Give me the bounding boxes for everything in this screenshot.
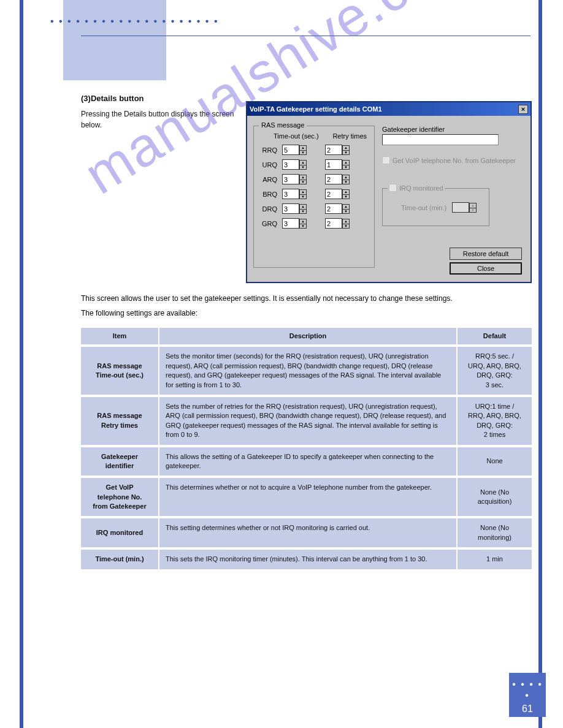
cell-item: Get VoIP telephone No. from Gatekeeper bbox=[81, 478, 159, 518]
ras-row-urq: URQ ▲▼ ▲▼ bbox=[260, 159, 368, 170]
spin-down-icon[interactable]: ▼ bbox=[299, 224, 307, 229]
arq-timeout-input[interactable] bbox=[282, 174, 299, 184]
ras-row-drq: DRQ ▲▼ ▲▼ bbox=[260, 203, 368, 214]
cell-item: Time-out (min.) bbox=[81, 550, 159, 571]
page-number: 61 bbox=[522, 703, 533, 714]
drq-retry-input[interactable] bbox=[325, 203, 342, 214]
brq-timeout-input[interactable] bbox=[282, 189, 299, 199]
spin-up-icon[interactable]: ▲ bbox=[299, 175, 307, 180]
drq-timeout-input[interactable] bbox=[282, 203, 299, 214]
table-row: RAS message Retry times Sets the number … bbox=[81, 397, 532, 447]
grq-timeout-input[interactable] bbox=[282, 218, 299, 229]
spin-up-icon[interactable]: ▲ bbox=[299, 160, 307, 165]
grq-retry-input[interactable] bbox=[325, 218, 342, 229]
brq-retry-spinner[interactable]: ▲▼ bbox=[325, 189, 350, 199]
spin-down-icon[interactable]: ▼ bbox=[299, 180, 307, 184]
get-voip-tel-checkbox[interactable] bbox=[382, 156, 390, 164]
arq-retry-input[interactable] bbox=[325, 174, 342, 184]
grq-retry-spinner[interactable]: ▲▼ bbox=[325, 218, 350, 229]
irq-timeout-spinner[interactable]: ▲▼ bbox=[452, 202, 477, 213]
page-badge-dots: • • • • • bbox=[509, 679, 546, 701]
spin-up-icon[interactable]: ▲ bbox=[342, 175, 350, 180]
drq-retry-spinner[interactable]: ▲▼ bbox=[325, 203, 350, 214]
spin-up-icon[interactable]: ▲ bbox=[469, 203, 477, 208]
arq-timeout-spinner[interactable]: ▲▼ bbox=[282, 174, 307, 184]
spin-down-icon[interactable]: ▼ bbox=[342, 180, 350, 184]
spin-down-icon[interactable]: ▼ bbox=[342, 165, 350, 170]
irq-legend[interactable]: IRQ monitored bbox=[388, 184, 445, 192]
ras-groupbox: RAS message Time-out (sec.) Retry times … bbox=[253, 126, 375, 268]
gatekeeper-dialog: VoIP-TA Gatekeeper setting details COM1 … bbox=[246, 101, 532, 283]
cell-desc: Sets the monitor timer (seconds) for the… bbox=[159, 347, 458, 397]
gatekeeper-id-input[interactable] bbox=[382, 134, 499, 145]
spin-down-icon[interactable]: ▼ bbox=[342, 224, 350, 229]
cell-default: 1 min bbox=[458, 550, 532, 571]
table-header-row: Item Description Default bbox=[81, 328, 532, 347]
page-frame: • • • • • • • • • • • • • • • • • • • • … bbox=[20, 0, 542, 728]
body-paragraph-2: The following settings are available: bbox=[81, 308, 529, 319]
spin-up-icon[interactable]: ▲ bbox=[342, 219, 350, 224]
col-timeout: Time-out (sec.) bbox=[274, 132, 319, 140]
cell-default: URQ:1 time / RRQ, ARQ, BRQ, DRQ, GRQ: 2 … bbox=[458, 397, 532, 447]
urq-retry-spinner[interactable]: ▲▼ bbox=[325, 159, 350, 170]
dialog-body: RAS message Time-out (sec.) Retry times … bbox=[247, 116, 530, 282]
ras-label: GRQ bbox=[260, 220, 282, 227]
th-default: Default bbox=[458, 328, 532, 347]
spin-down-icon[interactable]: ▼ bbox=[299, 165, 307, 170]
ras-label: RRQ bbox=[260, 146, 282, 154]
cell-item: Gatekeeper identifier bbox=[81, 447, 159, 479]
close-icon[interactable]: × bbox=[518, 105, 528, 114]
spin-down-icon[interactable]: ▼ bbox=[299, 209, 307, 214]
urq-retry-input[interactable] bbox=[325, 159, 342, 170]
irq-timeout-label: Time-out (min.) bbox=[401, 204, 446, 211]
restore-default-button[interactable]: Restore default bbox=[450, 248, 522, 260]
spin-down-icon[interactable]: ▼ bbox=[469, 208, 477, 213]
close-button[interactable]: Close bbox=[450, 262, 522, 275]
irq-timeout-input[interactable] bbox=[452, 202, 469, 213]
body-paragraph-1: This screen allows the user to set the g… bbox=[81, 293, 529, 304]
spin-up-icon[interactable]: ▲ bbox=[299, 219, 307, 224]
ras-label: ARQ bbox=[260, 176, 282, 183]
arq-retry-spinner[interactable]: ▲▼ bbox=[325, 174, 350, 184]
grq-timeout-spinner[interactable]: ▲▼ bbox=[282, 218, 307, 229]
cell-desc: Sets the number of retries for the RRQ (… bbox=[159, 397, 458, 447]
urq-timeout-input[interactable] bbox=[282, 159, 299, 170]
rrq-retry-input[interactable] bbox=[325, 145, 342, 155]
spin-up-icon[interactable]: ▲ bbox=[342, 145, 350, 150]
cell-desc: This allows the setting of a Gatekeeper … bbox=[159, 447, 458, 479]
urq-timeout-spinner[interactable]: ▲▼ bbox=[282, 159, 307, 170]
ras-column-header: Time-out (sec.) Retry times bbox=[260, 130, 368, 145]
cell-desc: This sets the IRQ monitoring timer (minu… bbox=[159, 550, 458, 571]
spin-down-icon[interactable]: ▼ bbox=[342, 150, 350, 155]
header-rule bbox=[81, 36, 530, 36]
spin-up-icon[interactable]: ▲ bbox=[299, 189, 307, 194]
irq-checkbox[interactable] bbox=[389, 184, 397, 192]
ras-label: DRQ bbox=[260, 205, 282, 213]
spin-down-icon[interactable]: ▼ bbox=[342, 194, 350, 199]
rrq-retry-spinner[interactable]: ▲▼ bbox=[325, 145, 350, 155]
spin-up-icon[interactable]: ▲ bbox=[342, 189, 350, 194]
header-color-block bbox=[63, 0, 166, 80]
spin-up-icon[interactable]: ▲ bbox=[342, 204, 350, 209]
spin-down-icon[interactable]: ▼ bbox=[299, 194, 307, 199]
spin-down-icon[interactable]: ▼ bbox=[342, 209, 350, 214]
brq-retry-input[interactable] bbox=[325, 189, 342, 199]
rrq-timeout-spinner[interactable]: ▲▼ bbox=[282, 145, 307, 155]
page-number-badge: • • • • • 61 bbox=[509, 673, 546, 717]
spin-up-icon[interactable]: ▲ bbox=[342, 160, 350, 165]
irq-legend-label: IRQ monitored bbox=[399, 184, 443, 192]
cell-default: None (No monitoring) bbox=[458, 518, 532, 550]
spin-down-icon[interactable]: ▼ bbox=[299, 150, 307, 155]
drq-timeout-spinner[interactable]: ▲▼ bbox=[282, 203, 307, 214]
gatekeeper-id-label: Gatekeeper identifier bbox=[382, 126, 518, 133]
ras-row-brq: BRQ ▲▼ ▲▼ bbox=[260, 189, 368, 199]
th-desc: Description bbox=[159, 328, 458, 347]
brq-timeout-spinner[interactable]: ▲▼ bbox=[282, 189, 307, 199]
section-description: Pressing the Details button displays the… bbox=[81, 108, 240, 131]
get-voip-tel-check-row[interactable]: Get VoIP telephone No. from Gatekeeper bbox=[382, 156, 518, 164]
spin-up-icon[interactable]: ▲ bbox=[299, 145, 307, 150]
cell-default: RRQ:5 sec. / URQ, ARQ, BRQ, DRQ, GRQ: 3 … bbox=[458, 347, 532, 397]
rrq-timeout-input[interactable] bbox=[282, 145, 299, 155]
table-row: RAS message Time-out (sec.) Sets the mon… bbox=[81, 347, 532, 397]
spin-up-icon[interactable]: ▲ bbox=[299, 204, 307, 209]
